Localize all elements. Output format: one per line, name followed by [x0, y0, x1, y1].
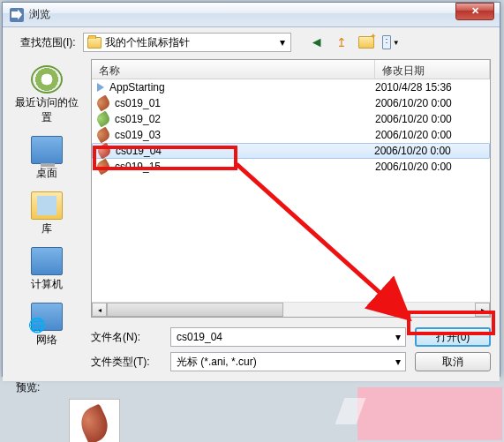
scroll-thumb[interactable]: [107, 303, 283, 317]
file-icon: [94, 94, 111, 111]
file-date: 2006/10/20 0:00: [374, 145, 489, 157]
leaf-icon: [75, 403, 113, 442]
file-name: cs019_03: [115, 129, 375, 141]
place-computer[interactable]: 计算机: [10, 243, 84, 296]
window-title: 浏览: [29, 7, 50, 22]
look-in-combo[interactable]: 我的个性鼠标指针 ▾: [83, 33, 291, 52]
file-row[interactable]: cs019_012006/10/20 0:00: [92, 95, 490, 111]
file-icon: [95, 142, 112, 159]
file-row[interactable]: cs019_152006/10/20 0:00: [92, 159, 490, 175]
file-row[interactable]: cs019_022006/10/20 0:00: [92, 111, 490, 127]
file-date: 2006/10/20 0:00: [375, 129, 490, 141]
filename-label: 文件名(N):: [91, 330, 162, 345]
library-icon: [31, 191, 63, 220]
network-icon: [31, 303, 63, 331]
file-date: 2006/10/20 0:00: [375, 161, 490, 173]
chevron-down-icon[interactable]: ▾: [390, 353, 405, 371]
place-network[interactable]: 网络: [10, 298, 84, 352]
file-list-header[interactable]: 名称 修改日期: [92, 60, 490, 79]
computer-icon: [31, 247, 63, 275]
scroll-left-button[interactable]: ◂: [92, 303, 107, 317]
file-icon: [94, 158, 111, 175]
place-recent[interactable]: 最近访问的位置: [10, 61, 84, 130]
horizontal-scrollbar[interactable]: ◂ ▸: [92, 302, 490, 317]
recent-icon: [31, 65, 63, 94]
open-button[interactable]: 打开(0): [415, 327, 491, 347]
file-list-area: 名称 修改日期 AppStarting2010/4/28 15:36cs019_…: [91, 59, 491, 318]
cancel-button[interactable]: 取消: [415, 352, 491, 371]
filetype-combo[interactable]: 光标 (*.ani, *.cur) ▾: [170, 352, 406, 371]
file-date: 2010/4/28 15:36: [375, 81, 490, 94]
watermark-overlay: [357, 387, 502, 440]
filetype-label: 文件类型(T):: [91, 355, 162, 370]
column-name[interactable]: 名称: [92, 60, 375, 79]
file-name: cs019_01: [115, 97, 375, 109]
file-name: cs019_15: [115, 161, 375, 173]
scroll-right-button[interactable]: ▸: [475, 303, 490, 317]
chevron-down-icon[interactable]: ▾: [390, 328, 405, 346]
file-name: AppStarting: [109, 81, 375, 94]
titlebar[interactable]: 浏览 ✕: [3, 3, 500, 27]
file-row[interactable]: cs019_032006/10/20 0:00: [92, 127, 490, 143]
file-date: 2006/10/20 0:00: [375, 113, 490, 125]
preview-label: 预览:: [16, 381, 40, 393]
file-name: cs019_02: [115, 113, 375, 125]
file-date: 2006/10/20 0:00: [375, 97, 490, 109]
view-menu-button[interactable]: ▼: [381, 33, 401, 52]
file-icon: [94, 110, 111, 127]
file-open-dialog: 浏览 ✕ 查找范围(I): 我的个性鼠标指针 ▾ ◄ ↥ ▼ 最近访问的位置 桌…: [2, 2, 500, 377]
file-icon: [94, 126, 111, 143]
file-name: cs019_04: [116, 145, 374, 157]
place-desktop[interactable]: 桌面: [10, 131, 84, 185]
up-button[interactable]: ↥: [332, 33, 351, 52]
places-bar: 最近访问的位置 桌面 库 计算机 网络: [3, 57, 91, 318]
column-date[interactable]: 修改日期: [375, 60, 490, 79]
file-row[interactable]: AppStarting2010/4/28 15:36: [92, 79, 490, 95]
preview-box: [69, 399, 120, 442]
back-button[interactable]: ◄: [307, 33, 327, 52]
file-row[interactable]: cs019_042006/10/20 0:00: [92, 143, 490, 159]
file-icon: [97, 83, 104, 92]
browse-icon: [10, 8, 24, 22]
scroll-track[interactable]: [283, 303, 475, 317]
folder-icon: [87, 37, 102, 49]
file-list[interactable]: AppStarting2010/4/28 15:36cs019_012006/1…: [92, 79, 490, 302]
chevron-down-icon[interactable]: ▾: [275, 34, 290, 51]
look-in-row: 查找范围(I): 我的个性鼠标指针 ▾ ◄ ↥ ▼: [3, 27, 500, 57]
close-button[interactable]: ✕: [455, 3, 494, 20]
look-in-label: 查找范围(I):: [20, 35, 76, 50]
place-library[interactable]: 库: [10, 187, 84, 241]
new-folder-button[interactable]: [357, 33, 376, 52]
desktop-icon: [31, 136, 63, 164]
look-in-value: 我的个性鼠标指针: [105, 35, 190, 50]
filename-input[interactable]: cs019_04 ▾: [170, 327, 406, 347]
